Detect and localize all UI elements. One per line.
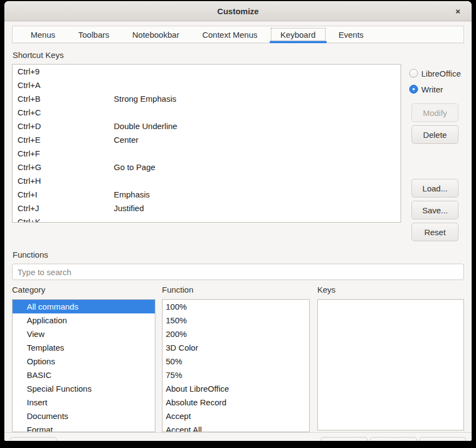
function-item-label: About LibreOffice (166, 384, 229, 393)
function-item[interactable]: Accept (162, 409, 309, 423)
shortcut-row[interactable]: Ctrl+I Emphasis (13, 188, 400, 201)
category-item-label: Special Functions (27, 384, 91, 393)
category-item[interactable]: Options (13, 354, 155, 368)
function-item[interactable]: 150% (162, 313, 309, 327)
category-item[interactable]: Special Functions (13, 382, 155, 395)
keys-label: Keys (317, 285, 464, 296)
reset-button[interactable]: Reset (321, 437, 368, 441)
function-item-label: 200% (166, 329, 187, 339)
function-item[interactable]: Absolute Record (162, 395, 309, 409)
tab[interactable]: Context Menus (191, 26, 269, 43)
function-item[interactable]: 75% (162, 368, 309, 382)
shortcut-key: Ctrl+D (18, 121, 41, 131)
tab[interactable]: Keyboard (269, 26, 327, 43)
list-headers: Category Function Keys (12, 285, 464, 296)
shortcut-row[interactable]: Ctrl+D Double Underline (13, 119, 400, 133)
tab-label: Events (339, 30, 364, 39)
tab-label: Context Menus (202, 30, 258, 39)
shortcut-list-column: Ctrl+9 Ctrl+A Ctrl+B Strong Emphasis (12, 64, 401, 241)
function-item[interactable]: 200% (162, 327, 309, 341)
category-item[interactable]: Templates (13, 341, 155, 354)
function-label: Function (162, 285, 317, 296)
category-list[interactable]: All commands Application View Templates (12, 299, 155, 432)
function-item-label: Accept (166, 411, 191, 421)
reset-keyboard-button[interactable]: Reset (411, 223, 458, 241)
footer: Help Reset Cancel OK (4, 432, 472, 441)
tab[interactable]: Menus (19, 26, 67, 43)
dialog-body: Menus Toolbars Notebookbar Context Menus… (4, 21, 472, 432)
category-item-label: Application (27, 316, 67, 325)
shortcut-key: Ctrl+I (18, 190, 37, 199)
tab[interactable]: Events (327, 26, 375, 43)
function-list[interactable]: 100% 150% 200% 3D Color 50% (162, 299, 310, 432)
shortcut-keys-list[interactable]: Ctrl+9 Ctrl+A Ctrl+B Strong Emphasis (12, 64, 401, 223)
radio-label: LibreOffice (421, 69, 461, 78)
shortcut-keys-label: Shortcut Keys (13, 50, 464, 61)
category-item-label: Documents (27, 411, 68, 421)
category-item[interactable]: BASIC (13, 368, 155, 382)
tab[interactable]: Toolbars (67, 26, 121, 43)
tab[interactable]: Notebookbar (121, 26, 191, 43)
function-item[interactable]: Accept All (162, 423, 309, 432)
shortcut-area: Ctrl+9 Ctrl+A Ctrl+B Strong Emphasis (12, 64, 464, 241)
scope-radio[interactable]: LibreOffice (409, 67, 464, 79)
function-item[interactable]: 3D Color (162, 341, 309, 354)
shortcut-row[interactable]: Ctrl+H (13, 174, 400, 188)
function-item[interactable]: 100% (162, 300, 309, 313)
delete-button[interactable]: Delete (411, 125, 458, 144)
shortcut-key: Ctrl+H (18, 176, 41, 185)
function-item[interactable]: 50% (162, 354, 309, 368)
shortcut-row[interactable]: Ctrl+G Go to Page (13, 160, 400, 174)
shortcut-row[interactable]: Ctrl+C (13, 106, 400, 119)
shortcut-key: Ctrl+B (18, 94, 40, 103)
shortcut-key: Ctrl+F (18, 149, 40, 158)
tab-label: Toolbars (78, 30, 109, 39)
shortcut-row[interactable]: Ctrl+F (13, 147, 400, 160)
category-item[interactable]: View (13, 327, 155, 341)
scope-radio[interactable]: Writer (409, 83, 464, 95)
category-item[interactable]: All commands (13, 300, 155, 313)
cancel-button[interactable]: Cancel (370, 437, 417, 441)
ok-button[interactable]: OK (419, 437, 466, 441)
shortcut-key: Ctrl+G (18, 162, 42, 172)
category-item[interactable]: Format (13, 423, 155, 432)
window-title: Customize (217, 7, 259, 16)
keys-list[interactable] (317, 299, 464, 430)
save-button[interactable]: Save... (411, 201, 458, 219)
category-item-label: View (27, 329, 44, 339)
help-button[interactable]: Help (10, 437, 57, 441)
radio-icon (409, 85, 418, 94)
shortcut-key: Ctrl+A (18, 80, 40, 90)
shortcut-row[interactable]: Ctrl+A (13, 78, 400, 92)
category-item-label: Options (27, 357, 55, 366)
shortcut-row[interactable]: Ctrl+E Center (13, 133, 400, 147)
functions-label: Functions (13, 250, 464, 261)
shortcut-key: Ctrl+9 (18, 67, 39, 76)
tab-label: Notebookbar (132, 30, 179, 39)
shortcut-command: Justified (114, 203, 144, 213)
modify-button[interactable]: Modify (411, 103, 458, 122)
close-icon[interactable]: × (452, 5, 464, 17)
function-item[interactable]: About LibreOffice (162, 382, 309, 395)
shortcut-command: Double Underline (114, 121, 177, 131)
shortcut-row[interactable]: Ctrl+B Strong Emphasis (13, 92, 400, 106)
customize-dialog: Customize × Menus Toolbars Notebookbar C… (4, 1, 472, 441)
shortcut-row[interactable]: Ctrl+K (13, 215, 400, 223)
shortcut-key: Ctrl+E (18, 135, 40, 144)
shortcut-row[interactable]: Ctrl+J Justified (13, 201, 400, 215)
category-item[interactable]: Application (13, 313, 155, 327)
function-item-label: 75% (166, 370, 182, 380)
category-item[interactable]: Insert (13, 395, 155, 409)
search-input[interactable] (12, 264, 464, 280)
function-item-label: Accept All (166, 425, 202, 432)
shortcut-key: Ctrl+C (18, 108, 41, 117)
shortcut-key: Ctrl+K (18, 217, 40, 223)
load-button[interactable]: Load... (411, 179, 458, 197)
category-item-label: Templates (27, 343, 64, 352)
function-item-label: 3D Color (166, 343, 198, 352)
category-item[interactable]: Documents (13, 409, 155, 423)
category-item-label: Insert (27, 398, 48, 407)
shortcut-command: Go to Page (114, 162, 155, 172)
category-item-label: BASIC (27, 370, 51, 380)
shortcut-row[interactable]: Ctrl+9 (13, 65, 400, 78)
